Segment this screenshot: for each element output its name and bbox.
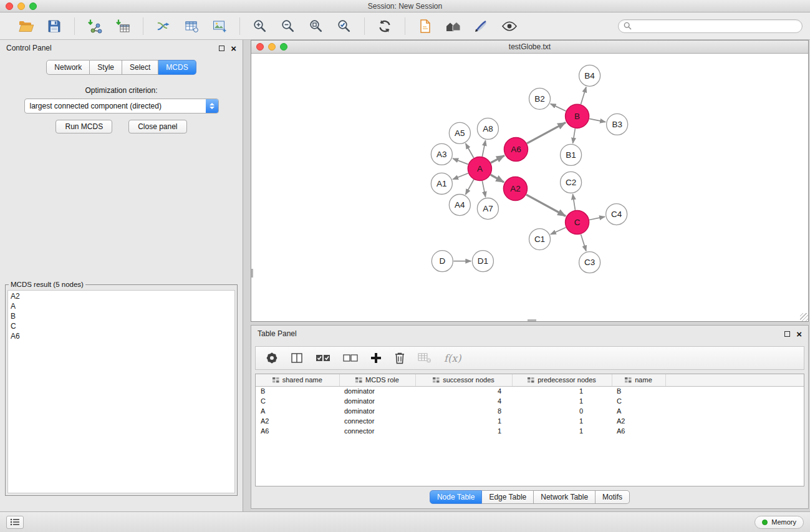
control-tab-select[interactable]: Select bbox=[122, 60, 158, 75]
resize-grip[interactable] bbox=[800, 313, 808, 321]
cell[interactable]: B bbox=[256, 386, 339, 396]
cell[interactable]: dominator bbox=[339, 386, 415, 396]
result-item-A2[interactable]: A2 bbox=[11, 291, 232, 301]
column-header-MCDS-role[interactable]: MCDS role bbox=[339, 374, 415, 386]
node-A[interactable]: A bbox=[468, 157, 491, 180]
cell[interactable]: A6 bbox=[612, 426, 665, 436]
cell[interactable]: A6 bbox=[256, 426, 339, 436]
edge-A-A6[interactable] bbox=[491, 155, 504, 163]
result-item-A6[interactable]: A6 bbox=[11, 331, 232, 341]
edge-A-A3[interactable] bbox=[453, 158, 468, 164]
node-D1[interactable]: D1 bbox=[472, 251, 493, 272]
cell[interactable]: connector bbox=[339, 416, 415, 426]
cell[interactable]: C bbox=[256, 396, 339, 406]
cell[interactable]: 1 bbox=[512, 396, 612, 406]
close-panel-icon[interactable]: × bbox=[231, 44, 236, 53]
network-zoom-button[interactable] bbox=[280, 43, 287, 51]
zoom-selected-button[interactable] bbox=[333, 15, 355, 37]
cell[interactable]: 0 bbox=[512, 406, 612, 416]
delete-table-button[interactable] bbox=[418, 350, 432, 366]
node-B[interactable]: B bbox=[566, 104, 589, 128]
edge-C-C3[interactable] bbox=[581, 235, 586, 251]
table-row-B[interactable]: Bdominator41B bbox=[256, 386, 804, 396]
edge-A-A5[interactable] bbox=[466, 143, 474, 158]
table-row-C[interactable]: Cdominator41C bbox=[256, 396, 804, 406]
node-C3[interactable]: C3 bbox=[579, 252, 600, 273]
table-tab-edge-table[interactable]: Edge Table bbox=[482, 490, 534, 504]
node-B3[interactable]: B3 bbox=[607, 114, 628, 135]
edge-A2-C[interactable] bbox=[526, 195, 566, 216]
node-A7[interactable]: A7 bbox=[477, 198, 498, 220]
table-row-A[interactable]: Adominator80A bbox=[256, 406, 804, 416]
delete-column-button[interactable] bbox=[394, 350, 405, 366]
table-row-A2[interactable]: A2connector11A2 bbox=[256, 416, 804, 426]
edge-A6-B[interactable] bbox=[527, 122, 566, 143]
node-A1[interactable]: A1 bbox=[431, 173, 452, 194]
edge-A-A8[interactable] bbox=[482, 140, 485, 157]
function-builder-button[interactable]: f(x) bbox=[444, 350, 461, 366]
node-A8[interactable]: A8 bbox=[477, 118, 498, 139]
node-B1[interactable]: B1 bbox=[561, 144, 582, 165]
zoom-out-button[interactable] bbox=[277, 15, 299, 37]
cell[interactable]: A2 bbox=[256, 416, 339, 426]
node-B4[interactable]: B4 bbox=[579, 65, 600, 86]
vertical-scrollbar-thumb[interactable] bbox=[251, 269, 253, 278]
save-session-button[interactable] bbox=[43, 15, 65, 37]
float-table-panel-button[interactable] bbox=[784, 331, 790, 337]
node-C4[interactable]: C4 bbox=[606, 204, 627, 225]
cell[interactable]: dominator bbox=[339, 396, 415, 406]
node-A3[interactable]: A3 bbox=[431, 143, 452, 165]
search-input[interactable] bbox=[635, 22, 797, 31]
node-B2[interactable]: B2 bbox=[529, 88, 550, 109]
open-recent-button[interactable] bbox=[414, 15, 436, 37]
cell[interactable]: 4 bbox=[415, 386, 512, 396]
edge-B-B3[interactable] bbox=[589, 118, 605, 122]
show-panels-button[interactable] bbox=[6, 516, 24, 529]
network-view[interactable]: B4B2BB3A5A8A6B1A3AC2A1A2A4A7C4CC1C3DD1 bbox=[251, 54, 808, 321]
search-field[interactable] bbox=[618, 19, 803, 33]
cell[interactable]: 8 bbox=[415, 406, 512, 416]
network-close-button[interactable] bbox=[256, 43, 264, 51]
node-C1[interactable]: C1 bbox=[529, 229, 550, 250]
node-A5[interactable]: A5 bbox=[449, 122, 470, 143]
cell[interactable]: B bbox=[612, 386, 665, 396]
column-header-name[interactable]: name bbox=[612, 374, 665, 386]
new-network-table-button[interactable] bbox=[180, 15, 203, 37]
edge-A-A7[interactable] bbox=[482, 181, 485, 197]
control-tab-network[interactable]: Network bbox=[46, 60, 90, 75]
result-item-A[interactable]: A bbox=[11, 301, 232, 311]
edge-B-B1[interactable] bbox=[573, 128, 576, 143]
node-A4[interactable]: A4 bbox=[449, 195, 470, 216]
criterion-select[interactable]: largest connected component (directed) bbox=[24, 99, 219, 114]
cell[interactable]: 1 bbox=[512, 426, 612, 436]
edge-B-B2[interactable] bbox=[551, 104, 566, 111]
node-C[interactable]: C bbox=[566, 211, 589, 235]
import-table-button[interactable] bbox=[112, 15, 134, 37]
zoom-window-button[interactable] bbox=[29, 2, 37, 10]
cell[interactable]: connector bbox=[339, 426, 415, 436]
cell[interactable]: 4 bbox=[415, 396, 512, 406]
cell[interactable]: 1 bbox=[415, 416, 512, 426]
cell[interactable]: 1 bbox=[512, 416, 612, 426]
control-tab-style[interactable]: Style bbox=[90, 60, 122, 75]
edge-A-A4[interactable] bbox=[466, 180, 474, 195]
node-C2[interactable]: C2 bbox=[561, 172, 582, 193]
select-all-button[interactable] bbox=[316, 350, 330, 366]
show-hide-button[interactable] bbox=[498, 15, 521, 37]
dropdown-stepper-icon[interactable] bbox=[206, 99, 218, 113]
network-minimize-button[interactable] bbox=[268, 43, 276, 51]
refresh-button[interactable] bbox=[374, 15, 396, 37]
add-column-button[interactable] bbox=[370, 350, 382, 366]
memory-button[interactable]: Memory bbox=[755, 516, 804, 529]
result-item-C[interactable]: C bbox=[11, 321, 232, 331]
import-network-button[interactable] bbox=[84, 15, 106, 37]
network-canvas[interactable]: B4B2BB3A5A8A6B1A3AC2A1A2A4A7C4CC1C3DD1 bbox=[251, 54, 808, 321]
deselect-all-button[interactable] bbox=[343, 350, 358, 366]
column-header-successor-nodes[interactable]: successor nodes bbox=[415, 374, 512, 386]
node-D[interactable]: D bbox=[432, 251, 453, 272]
cell[interactable]: 1 bbox=[512, 386, 612, 396]
float-panel-button[interactable] bbox=[219, 46, 224, 51]
table-tab-node-table[interactable]: Node Table bbox=[430, 490, 483, 504]
close-table-panel-button[interactable]: × bbox=[796, 329, 802, 339]
edge-C-C2[interactable] bbox=[573, 194, 576, 210]
